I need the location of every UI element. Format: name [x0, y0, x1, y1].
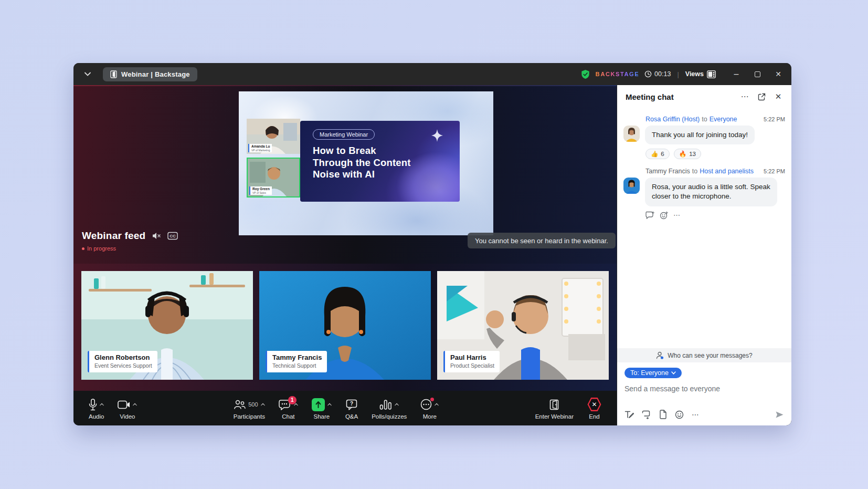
slide-topic-pill: Marketing Webinar — [313, 129, 375, 140]
sparkle-logo-icon — [428, 128, 446, 146]
session-timer: 00:13 — [644, 70, 671, 78]
message-header: Tammy Francis to Host and panelists 5:22… — [645, 168, 785, 175]
sender-name: Rosa Griffin (Host) — [645, 116, 700, 123]
meeting-chat-panel: Meeting chat ⋯ ✕ Rosa Griffin (Host) — [617, 85, 791, 425]
caret-up-icon — [327, 402, 332, 407]
share-button[interactable]: Share — [305, 393, 338, 423]
window-menu-chevron[interactable] — [81, 67, 94, 81]
closed-captions-icon[interactable]: CC — [167, 232, 178, 240]
svg-text:CC: CC — [170, 234, 176, 238]
muted-speaker-icon[interactable] — [152, 232, 161, 240]
open-in-new-icon — [758, 93, 766, 101]
quote-reply-icon[interactable] — [645, 211, 654, 219]
enter-webinar-button[interactable]: Enter Webinar — [528, 393, 580, 423]
minimize-button[interactable]: – — [728, 67, 744, 81]
window-close-button[interactable]: ✕ — [770, 67, 786, 81]
backstage-toast: You cannot be seen or heard in the webin… — [468, 233, 616, 248]
send-icon[interactable] — [775, 411, 784, 419]
text-format-icon[interactable] — [624, 410, 634, 419]
message-actions: ⋯ — [645, 211, 785, 220]
qa-icon: ? — [346, 399, 357, 410]
avatar-rosa — [623, 126, 640, 142]
thumbnail-name-tag: Amanda Lu VP of Marketing — [248, 144, 272, 152]
message-header: Rosa Griffin (Host) to Everyone 5:22 PM — [645, 116, 785, 123]
svg-text:?: ? — [350, 401, 353, 407]
message-more-icon[interactable]: ⋯ — [673, 211, 680, 219]
caret-up-icon — [133, 402, 137, 407]
participants-count: 500 — [248, 401, 258, 408]
enter-webinar-door-icon — [549, 399, 559, 410]
polls-icon — [379, 399, 392, 410]
backstage-badge: BACKSTAGE — [596, 71, 639, 77]
more-notification-dot — [430, 398, 434, 401]
emoji-icon[interactable] — [675, 410, 684, 419]
qa-button[interactable]: ? Q&A — [338, 393, 365, 423]
webinar-app-window: Webinar | Backstage BACKSTAGE 00:13 | Vi… — [73, 63, 791, 425]
participants-icon — [234, 399, 246, 410]
backstage-stage: Marketing Webinar How to Break Through t… — [73, 85, 617, 391]
titlebar-divider: | — [676, 70, 680, 78]
participant-name-tag: Paul Harris Product Specialist — [443, 351, 500, 372]
feed-header: Webinar feed CC In progress — [82, 230, 178, 252]
thumbnail-name-tag: Roy Green VP of Sales — [249, 186, 272, 195]
views-button[interactable]: Views — [685, 70, 716, 78]
ellipsis-icon: ⋯ — [741, 92, 749, 101]
chat-button[interactable]: 1 Chat — [272, 393, 305, 423]
chevron-down-icon — [84, 72, 91, 76]
caret-up-icon — [395, 402, 399, 407]
toolbar-right-group: Enter Webinar ✕ End — [528, 393, 608, 423]
live-dot-icon — [82, 247, 84, 250]
message-bubble: Rosa, your audio is a little soft. Speak… — [645, 178, 777, 206]
tab-label: Webinar | Backstage — [121, 70, 190, 78]
microphone-icon — [89, 399, 97, 411]
compose-toolbar: ⋯ — [624, 410, 784, 419]
feed-title: Webinar feed — [82, 230, 145, 242]
chevron-down-icon — [671, 371, 676, 374]
who-can-see-banner[interactable]: Who can see your messages? — [617, 348, 791, 362]
toolbar-center-group: 500 Participants 1 — [227, 393, 446, 423]
toolbar-left-group: Audio Video — [82, 393, 144, 423]
caret-up-icon — [261, 402, 265, 407]
minimize-icon: – — [734, 69, 739, 79]
participants-button[interactable]: 500 Participants — [227, 393, 272, 423]
screen-capture-icon[interactable] — [642, 410, 651, 419]
chat-popout-button[interactable] — [755, 90, 768, 103]
chat-messages: Rosa Griffin (Host) to Everyone 5:22 PM … — [617, 108, 791, 348]
video-tile-paul[interactable]: Paul Harris Product Specialist — [437, 271, 609, 380]
tab-webinar-backstage[interactable]: Webinar | Backstage — [103, 67, 197, 81]
end-button[interactable]: ✕ End — [580, 393, 608, 423]
reaction-thumbs-up[interactable]: 👍6 — [645, 149, 670, 159]
video-button[interactable]: Video — [111, 393, 144, 423]
presentation-slide: Marketing Webinar How to Break Through t… — [300, 121, 460, 202]
reaction-fire[interactable]: 🔥13 — [674, 149, 701, 159]
stage-door-icon — [110, 70, 117, 78]
chat-more-button[interactable]: ⋯ — [738, 90, 751, 103]
who-can-see-label: Who can see your messages? — [668, 352, 752, 359]
audio-button[interactable]: Audio — [82, 393, 111, 423]
chat-title: Meeting chat — [626, 92, 674, 101]
attach-file-icon[interactable] — [659, 410, 667, 419]
add-reaction-icon[interactable] — [660, 211, 668, 220]
person-visibility-icon — [656, 351, 664, 359]
message-input[interactable]: Send a message to everyone — [624, 384, 784, 405]
message-time: 5:22 PM — [764, 168, 785, 174]
caret-up-icon — [100, 402, 104, 407]
compose-area: To: Everyone Send a message to everyone — [617, 362, 791, 425]
chat-unread-badge: 1 — [288, 396, 297, 404]
video-tile-tammy[interactable]: Tammy Francis Technical Support — [259, 271, 431, 380]
slide-heading: How to Break Through the Content Noise w… — [313, 145, 411, 181]
video-tile-glenn[interactable]: Glenn Robertson Event Services Support — [81, 271, 253, 380]
maximize-icon — [755, 71, 760, 77]
maximize-button[interactable] — [749, 67, 765, 81]
polls-button[interactable]: Polls/quizzes — [365, 393, 414, 423]
message-reactions: 👍6 🔥13 — [645, 149, 785, 159]
avatar-tammy — [623, 178, 640, 194]
more-button[interactable]: More — [414, 393, 446, 423]
speaker-thumbnail-roy: Roy Green VP of Sales — [247, 158, 300, 197]
recipient-selector-chip[interactable]: To: Everyone — [624, 368, 682, 378]
sender-name: Tammy Francis — [645, 168, 690, 175]
shield-check-icon — [580, 69, 590, 79]
timer-value: 00:13 — [654, 70, 671, 78]
compose-more-icon[interactable]: ⋯ — [692, 410, 699, 419]
chat-close-button[interactable]: ✕ — [771, 90, 785, 103]
